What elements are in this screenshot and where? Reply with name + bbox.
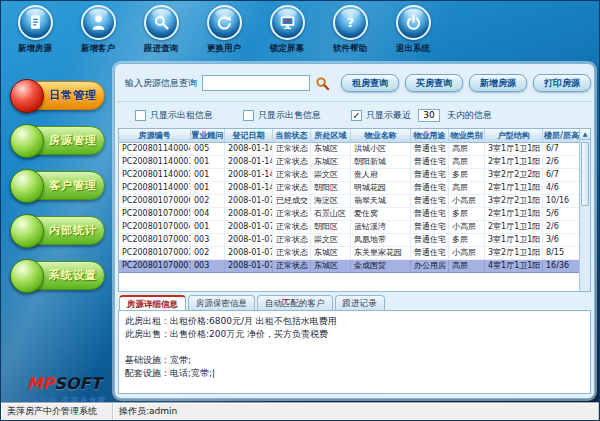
table-cell: 正常状态 [273,208,311,220]
table-row[interactable]: PC2008011400030012008-01-14正常状态东城区朝阳新城普通… [119,156,579,169]
screen-icon[interactable] [270,5,305,40]
toolbar-button[interactable]: 锁定屏幕 [259,5,315,63]
table-cell: 4/6 [543,182,579,194]
table-row[interactable]: PC2008011400040052008-01-14正常状态东城区洪城小区普通… [119,143,579,156]
toolbar-button[interactable]: 新增房源 [7,5,63,63]
detail-info-box[interactable]: 此房出租：出租价格:6800元/月 出租不包括水电费用此房出售：出售价格:200… [118,310,591,394]
search-input[interactable] [202,75,310,91]
column-header[interactable]: 户型结构 [485,129,543,142]
filter-recent-days[interactable]: ✓ 只显示最近 天内的信息 [351,109,492,122]
query-button[interactable]: 新增房源 [469,74,527,92]
column-header[interactable]: 登记日期 [225,129,273,142]
table-cell: 正常状态 [273,221,311,233]
table-row[interactable]: PC2008010700020022008-01-07正常状态东城区东关皇家花园… [119,247,579,260]
power-icon[interactable] [396,5,431,40]
app-window: 新增房源新增客户跟进查询更换用户锁定屏幕?软件帮助退出系统 日常管理房源管理客户… [0,0,600,421]
table-row[interactable]: PC2008010700040012008-01-07正常状态朝阳区蓝钻溪湾普通… [119,221,579,234]
column-header[interactable]: 楼层/层高 [543,129,579,142]
table-cell: 2008-01-07 [225,234,273,246]
query-row: 输入房源信息查询 租房查询买房查询新增房源打印房源 [125,73,586,93]
table-cell: 多层 [449,234,485,246]
status-bar: 美萍房产中介管理系统 操作员:admin [1,402,599,420]
column-header[interactable]: 置业顾问 [191,129,225,142]
table-cell: 高层 [449,182,485,194]
detail-tab[interactable]: 房源详细信息 [119,295,186,310]
toolbar-label: 新增客户 [81,43,115,55]
detail-tabs: 房源详细信息房源保密信息自动匹配的客户跟进记录 [119,295,586,310]
toolbar-button[interactable]: 新增客户 [70,5,126,63]
table-cell: 多层 [449,208,485,220]
scroll-up-icon[interactable]: ▲ [580,129,590,140]
filter-rent-only[interactable]: 只显示出租信息 [135,109,213,122]
query-button[interactable]: 打印房源 [533,74,591,92]
table-cell: 2/6 [543,156,579,168]
column-header[interactable]: 当前状态 [273,129,311,142]
table-cell: PC200801070001 [119,260,191,272]
table-row[interactable]: PC2008010700010032008-01-07正常状态东城区金成国贸办公… [119,260,579,273]
sidebar-item[interactable]: 系统设置 [11,261,105,290]
scrollbar-thumb[interactable] [581,142,589,206]
checkbox-sale-icon[interactable] [243,110,254,121]
column-header[interactable]: 物业类别 [449,129,485,142]
checkbox-rent-icon[interactable] [135,110,146,121]
checkbox-recent-icon[interactable]: ✓ [351,110,362,121]
help-icon[interactable]: ? [333,5,368,40]
column-header[interactable]: 物业用途 [411,129,449,142]
table-cell: 2室1厅1卫1阳 [485,182,543,194]
query-button[interactable]: 租房查询 [341,74,399,92]
table-cell: 东城区 [311,156,351,168]
table-cell: 001 [191,169,225,181]
column-header[interactable]: 物业名称 [351,129,411,142]
sidebar-item[interactable]: 内部统计 [11,216,105,245]
detail-tab[interactable]: 自动匹配的客户 [257,295,333,310]
table-cell: 小高层 [449,221,485,233]
detail-line [125,380,584,393]
sidebar-item[interactable]: 日常管理 [11,81,105,110]
search-magnifier-icon[interactable] [315,76,330,91]
document-icon[interactable] [18,5,53,40]
person-icon[interactable] [81,5,116,40]
table-cell: 003 [191,234,225,246]
table-cell: 东城区 [311,247,351,259]
sidebar-item-label: 内部统计 [46,217,100,244]
detail-tab[interactable]: 跟进记录 [335,295,385,310]
toolbar-button[interactable]: ?软件帮助 [322,5,378,63]
column-header[interactable]: 所处区域 [311,129,351,142]
table-body: PC2008011400040052008-01-14正常状态东城区洪城小区普通… [119,143,579,273]
table-header: 房源编号置业顾问登记日期当前状态所处区域物业名称物业用途物业类别户型结构楼层/层… [119,129,579,143]
table-cell: 002 [191,247,225,259]
table-row[interactable]: PC2008011400020012008-01-14正常状态崇文区贵人府普通住… [119,169,579,182]
filter-sale-only[interactable]: 只显示出售信息 [243,109,321,122]
toolbar-button[interactable]: 更换用户 [196,5,252,63]
table-cell: 普通住宅 [411,195,449,207]
table-cell: PC200801140001 [119,182,191,194]
table-cell: 3室2厅2卫2阳 [485,169,543,181]
toolbar-button[interactable]: 跟进查询 [133,5,189,63]
table-row[interactable]: PC2008010700050042008-01-07正常状态石景山区爱住窝普通… [119,208,579,221]
sidebar-item[interactable]: 房源管理 [11,126,105,155]
toolbar-label: 新增房源 [18,43,52,55]
table-cell: 海淀区 [311,195,351,207]
sidebar: 日常管理房源管理客户管理内部统计系统设置 [1,63,113,402]
search-icon[interactable] [144,5,179,40]
toolbar-label: 跟进查询 [144,43,178,55]
detail-tab[interactable]: 房源保密信息 [188,295,255,310]
table-row[interactable]: PC2008011400010012008-01-14正常状态朝阳区明城花园普通… [119,182,579,195]
query-button[interactable]: 买房查询 [405,74,463,92]
table-row[interactable]: PC2008010700030032008-01-07正常状态崇文区凤凰地带普通… [119,234,579,247]
brand-text: MPSOFT [14,376,114,392]
table-row[interactable]: PC2008010700060022008-01-07已经成交海淀区翡翠天城普通… [119,195,579,208]
table-cell: 已经成交 [273,195,311,207]
refresh-icon[interactable] [207,5,242,40]
column-header[interactable]: 房源编号 [119,129,191,142]
sidebar-item[interactable]: 客户管理 [11,171,105,200]
table-cell: 16/36 [543,260,579,272]
table-cell: PC200801070003 [119,234,191,246]
table-cell: PC200801140003 [119,156,191,168]
table-scrollbar[interactable]: ▲ [579,129,590,291]
table-cell: 2008-01-14 [225,169,273,181]
sphere-icon [10,124,44,158]
table-cell: 2室1厅1卫1阳 [485,208,543,220]
days-input[interactable] [418,109,440,122]
toolbar-button[interactable]: 退出系统 [385,5,441,63]
